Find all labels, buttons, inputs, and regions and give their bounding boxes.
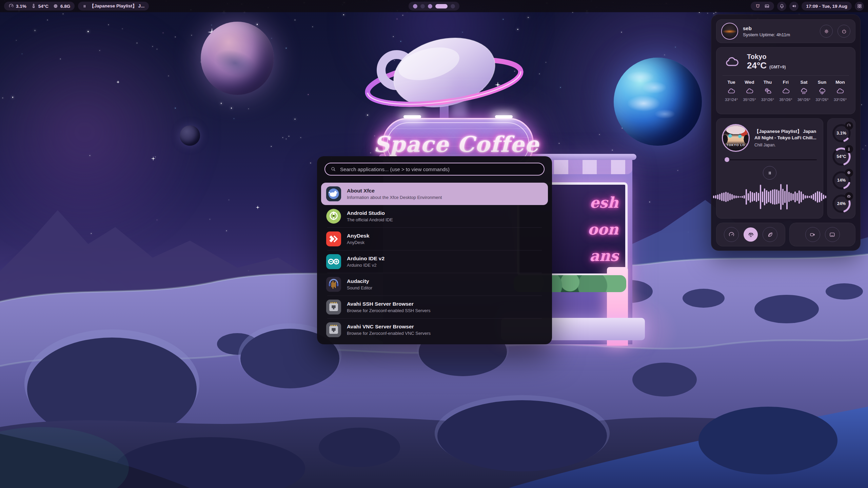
- launcher-result-item[interactable]: AnyDeskAnyDesk: [321, 228, 548, 250]
- cpu-stat: 3.1%: [8, 3, 26, 9]
- star: [286, 139, 287, 139]
- user-name: seb: [743, 25, 815, 31]
- grid-icon: [857, 3, 862, 9]
- powersaver-profile-button[interactable]: [763, 227, 777, 242]
- image-icon[interactable]: [764, 3, 770, 9]
- cpu-value: 3.1%: [16, 4, 26, 9]
- visualizer-bar: [811, 195, 812, 199]
- forecast-temps: 33°/26°: [761, 98, 774, 102]
- launcher-result-item[interactable]: Avahi SSH Server BrowserBrowse for Zeroc…: [321, 296, 548, 318]
- launcher-result-item[interactable]: About XfceInformation about the Xfce Des…: [321, 183, 548, 205]
- workspace-dot-4[interactable]: [435, 4, 448, 8]
- speaker-icon: [791, 3, 797, 9]
- tray-pill[interactable]: [751, 2, 774, 11]
- visualizer-bar: [758, 193, 759, 201]
- user-card: seb System Uptime: 4h11m: [716, 19, 855, 43]
- star: [271, 146, 272, 147]
- forecast-day-label: Thu: [764, 80, 772, 85]
- forecast-day-label: Mon: [835, 80, 845, 85]
- system-uptime: System Uptime: 4h11m: [743, 32, 815, 37]
- power-button[interactable]: [837, 25, 850, 38]
- star: [707, 13, 708, 14]
- visualizer-bar: [784, 191, 786, 203]
- clock-text: 17:09 - Tue, 19 Aug: [806, 4, 847, 9]
- clock-pill[interactable]: 17:09 - Tue, 19 Aug: [802, 2, 852, 11]
- earth-planet: [614, 58, 702, 146]
- pause-button[interactable]: [763, 166, 776, 180]
- visualizer-bar: [719, 194, 721, 200]
- workspace-dot-5[interactable]: [451, 4, 455, 8]
- sparkle-star: [151, 156, 156, 161]
- star: [271, 38, 272, 39]
- star: [108, 24, 109, 25]
- star: [60, 59, 61, 59]
- star: [308, 94, 309, 95]
- cloud-icon: [723, 55, 742, 69]
- visualizer-bar: [792, 194, 794, 200]
- result-description: Information about the Xfce Desktop Envir…: [347, 195, 442, 200]
- overview-button[interactable]: [855, 2, 864, 11]
- star: [295, 20, 295, 20]
- cat-icon[interactable]: [755, 3, 761, 9]
- result-title: Audacity: [347, 278, 372, 284]
- star: [12, 97, 14, 98]
- star: [559, 143, 559, 144]
- settings-button[interactable]: [820, 25, 833, 38]
- forecast-day: Tue33°/24°: [723, 80, 739, 102]
- workspace-dot-2[interactable]: [420, 4, 425, 8]
- star: [664, 55, 665, 55]
- balanced-profile-button[interactable]: [744, 227, 758, 242]
- visualizer-bar: [723, 192, 725, 202]
- rain-icon: [800, 87, 808, 95]
- now-playing-pill[interactable]: 【Japanese Playlist】 J...: [78, 2, 149, 11]
- visualizer-bar: [729, 194, 731, 200]
- forecast-day: Mon33°/26°: [832, 80, 848, 102]
- forecast-day-label: Tue: [728, 80, 735, 85]
- forecast-temps: 35°/25°: [743, 98, 756, 102]
- workspace-dot-1[interactable]: [413, 4, 417, 8]
- search-input[interactable]: [339, 166, 538, 172]
- screen-record-button[interactable]: [805, 227, 820, 242]
- launcher-result-item[interactable]: Android StudioThe official Android IDE: [321, 205, 548, 227]
- avatar: [721, 23, 738, 40]
- arduino-app-icon: [326, 254, 341, 269]
- star: [248, 108, 249, 109]
- audacity-app-icon: [326, 277, 341, 292]
- screenshot-button[interactable]: [825, 227, 840, 242]
- partly-sunny-icon: [763, 87, 772, 95]
- forecast-day: Sat36°/26°: [796, 80, 812, 102]
- notifications-button[interactable]: [777, 2, 786, 11]
- control-panel: seb System Uptime: 4h11m Tokyo 24°C (GMT…: [711, 14, 861, 251]
- cloud-icon: [745, 87, 754, 95]
- seek-bar[interactable]: [722, 157, 817, 162]
- performance-profile-button[interactable]: [724, 227, 739, 242]
- track-artist: Chill Japan.: [754, 143, 817, 147]
- chip-gauge: 14%: [831, 170, 852, 191]
- volume-button[interactable]: [789, 2, 798, 11]
- star: [175, 108, 176, 108]
- visualizer-bar: [794, 191, 796, 202]
- system-gauges: 3.1%54°C14%24%: [827, 118, 855, 219]
- workspace-dot-3[interactable]: [428, 4, 432, 8]
- star: [282, 137, 283, 138]
- star: [294, 119, 296, 120]
- star: [90, 155, 90, 156]
- visualizer-bar: [731, 194, 733, 200]
- seek-knob[interactable]: [725, 157, 729, 162]
- workspace-switcher[interactable]: [409, 2, 459, 11]
- weather-card: Tokyo 24°C (GMT+9) Tue33°/24°Wed35°/25°T…: [716, 47, 855, 114]
- forecast-temps: 33°/24°: [725, 98, 738, 102]
- star: [397, 19, 397, 19]
- launcher-result-item[interactable]: AudacitySound Editor: [321, 273, 548, 296]
- forecast-temps: 33°/26°: [816, 98, 829, 102]
- launcher-result-item[interactable]: Avahi VNC Server BrowserBrowse for Zeroc…: [321, 319, 548, 341]
- search-box[interactable]: [324, 163, 545, 176]
- disk-gauge: 24%: [831, 193, 852, 214]
- power-profile-group: [716, 223, 785, 246]
- star: [34, 30, 36, 31]
- launcher-result-item[interactable]: Arduino IDE v2Arduino IDE v2: [321, 250, 548, 273]
- star: [343, 14, 344, 16]
- star: [517, 29, 518, 30]
- sign-lamp: [495, 115, 513, 118]
- system-stats-pill[interactable]: 3.1% 54°C 6.8G: [4, 2, 75, 11]
